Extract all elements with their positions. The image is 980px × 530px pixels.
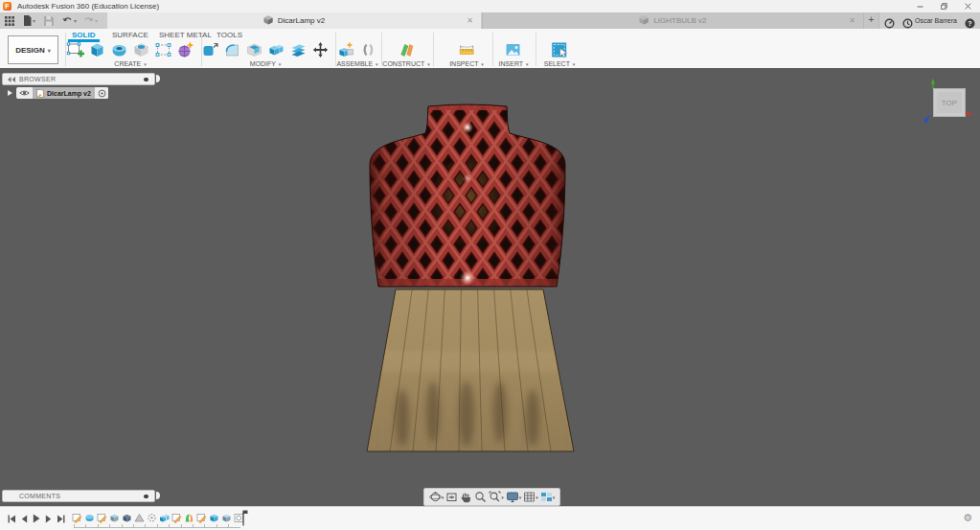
expand-arrow-icon[interactable] [8, 90, 12, 96]
close-window-button[interactable] [956, 0, 980, 12]
loft-feature-icon[interactable] [184, 511, 195, 524]
combine-icon[interactable] [267, 40, 286, 59]
ribbon-tab-surface[interactable]: SURFACE [112, 31, 148, 39]
go-to-end-icon[interactable] [57, 515, 65, 523]
fusion-360-window: F Autodesk Fusion 360 (Education License… [0, 0, 980, 530]
construction-plane-icon[interactable] [397, 40, 416, 59]
fusion-logo-icon: F [3, 2, 11, 11]
app-grid-icon[interactable] [5, 16, 14, 26]
browser-tree-row[interactable]: DicarLamp v2 [8, 87, 108, 99]
panel-options-icon[interactable] [144, 495, 148, 498]
timeline-position-marker[interactable] [240, 510, 248, 526]
construct-group: CONSTRUCT ▾ [382, 40, 429, 67]
extrude-icon[interactable] [88, 40, 107, 59]
component-doc-icon [36, 89, 44, 98]
fillet-icon[interactable] [223, 40, 242, 59]
create-group-label[interactable]: CREATE ▾ [66, 60, 195, 67]
grid-display-icon[interactable]: ▾ [523, 491, 538, 503]
fit-icon[interactable]: ▾ [489, 491, 504, 503]
zoom-icon[interactable] [474, 491, 487, 503]
viewports-icon[interactable]: ▾ [540, 491, 556, 503]
press-pull-icon[interactable] [201, 40, 220, 59]
circular-pattern-feature-icon[interactable] [147, 511, 158, 524]
extrude-blue-feature-icon[interactable] [209, 511, 220, 524]
redo-icon[interactable]: ▾ [83, 16, 98, 25]
primitive-feature-icon[interactable] [134, 511, 146, 524]
lamp-model[interactable] [345, 91, 594, 465]
title-bar: F Autodesk Fusion 360 (Education License… [0, 0, 980, 12]
joint-icon[interactable] [359, 40, 378, 59]
browser-panel-handle[interactable] [156, 75, 160, 82]
go-to-start-icon[interactable] [8, 515, 16, 523]
close-tab-icon[interactable]: ✕ [467, 16, 473, 25]
hole-icon[interactable] [132, 40, 151, 59]
browser-panel-header[interactable]: BROWSER [2, 73, 155, 85]
box2-feature-icon[interactable] [221, 511, 233, 524]
box-feature-icon[interactable] [122, 511, 133, 524]
ribbon-tab-solid[interactable]: SOLID [72, 31, 95, 39]
select-group-label[interactable]: SELECT ▾ [544, 60, 576, 67]
play-icon[interactable] [33, 514, 40, 523]
modify-group-label[interactable]: MODIFY ▾ [201, 60, 330, 67]
tab-label: LIGHTBULB v2 [653, 16, 706, 25]
pan-icon[interactable] [460, 491, 472, 503]
minimize-button[interactable] [908, 0, 932, 12]
document-cube-icon [263, 15, 273, 27]
comments-panel-handle[interactable] [156, 492, 160, 499]
undo-icon[interactable]: ▾ [62, 16, 77, 25]
orbit-icon[interactable]: ▾ [429, 491, 444, 503]
construct-group-label[interactable]: CONSTRUCT ▾ [382, 60, 429, 67]
shell-icon[interactable] [245, 40, 264, 59]
3d-viewport[interactable]: BROWSER DicarLamp v2 TOP [0, 68, 980, 506]
assemble-group: ASSEMBLE ▾ [336, 40, 377, 67]
form-icon[interactable] [176, 40, 195, 59]
timeline-settings-gear-icon[interactable]: ⚙ [963, 512, 972, 524]
comments-panel-header[interactable]: COMMENTS [2, 490, 155, 502]
measure-icon[interactable] [457, 40, 476, 59]
revolve-icon[interactable] [110, 40, 129, 59]
tab-dicarlamp[interactable]: DicarLamp v2 ✕ [107, 12, 481, 29]
look-at-icon[interactable] [445, 491, 458, 503]
assemble-group-label[interactable]: ASSEMBLE ▾ [336, 60, 377, 67]
svg-text:?: ? [968, 20, 971, 27]
display-settings-icon[interactable]: ▾ [506, 491, 522, 503]
step-forward-icon[interactable] [45, 515, 52, 523]
window-title: Autodesk Fusion 360 (Education License) [17, 2, 159, 11]
inspect-group-label[interactable]: INSPECT ▾ [449, 60, 484, 67]
navigation-toolbar: ▾ ▾ ▾ ▾ ▾ [423, 488, 560, 506]
panel-options-icon[interactable] [144, 78, 148, 81]
ribbon-toolbar: DESIGN▾ SOLID SURFACE SHEET METAL TOOLS … [0, 29, 980, 68]
tab-lightbulb[interactable]: LIGHTBULB v2 ✕ [482, 12, 863, 29]
component-selected-item[interactable]: DicarLamp v2 [33, 87, 95, 99]
sketch-feature-icon[interactable] [196, 511, 208, 524]
revolve-feature-icon[interactable] [84, 511, 96, 524]
offset-face-icon[interactable] [289, 40, 308, 59]
rectangular-pattern-icon[interactable] [154, 40, 173, 59]
insert-group-label[interactable]: INSERT ▾ [499, 60, 529, 67]
visibility-eye-icon[interactable] [16, 89, 33, 97]
new-tab-button[interactable]: + [863, 12, 879, 29]
new-component-icon[interactable] [337, 40, 356, 59]
combine-feature-icon[interactable] [159, 511, 171, 524]
viewcube-face-label[interactable]: TOP [942, 99, 957, 107]
insert-image-icon[interactable] [504, 40, 523, 59]
maximize-button[interactable] [932, 0, 956, 12]
user-name[interactable]: Oscar Barrera [915, 17, 957, 24]
sketch-feature-icon[interactable] [97, 511, 108, 524]
collapse-panel-icon[interactable] [8, 77, 15, 82]
ribbon-tab-tools[interactable]: TOOLS [217, 31, 242, 39]
design-workspace-dropdown[interactable]: DESIGN▾ [8, 35, 58, 64]
move-copy-icon[interactable] [311, 40, 330, 59]
extrude-feature-icon[interactable] [109, 511, 121, 524]
select-icon[interactable] [550, 40, 569, 59]
save-icon[interactable] [44, 16, 54, 26]
file-menu-icon[interactable]: ▾ [23, 15, 35, 26]
sketch-feature-icon[interactable] [171, 511, 183, 524]
viewcube[interactable]: TOP [933, 88, 966, 117]
close-tab-icon[interactable]: ✕ [849, 16, 855, 25]
sketch-feature-icon[interactable] [72, 511, 83, 524]
ribbon-tab-sheet-metal[interactable]: SHEET METAL [159, 31, 212, 39]
create-sketch-icon[interactable] [66, 40, 85, 59]
activate-component-icon[interactable] [96, 87, 108, 99]
step-back-icon[interactable] [21, 515, 28, 523]
